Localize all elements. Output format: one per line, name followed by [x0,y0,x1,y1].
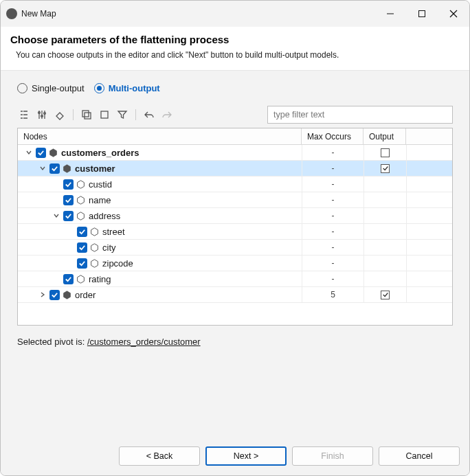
cell-output [363,240,406,255]
cell-nodes: rating [18,271,302,286]
cell-output [363,192,406,207]
node-label: city [102,242,116,253]
include-checkbox[interactable] [77,258,87,269]
minimize-button[interactable] [374,1,406,27]
cell-max-occurs: 5 [302,287,363,302]
titlebar: New Map [1,1,469,27]
app-icon [6,8,17,19]
collapse-all-icon[interactable] [98,108,111,122]
chevron-down-icon[interactable] [38,165,47,172]
indent-spacer [22,279,49,280]
cell-max-occurs: - [302,224,363,239]
column-header-nodes[interactable]: Nodes [18,128,302,144]
cell-nodes: customers_orders [18,145,302,160]
cell-nodes: customer [18,161,302,176]
column-header-tail [406,128,452,144]
window-title: New Map [21,9,56,19]
tree-row[interactable]: name- [18,192,452,208]
tree-row[interactable]: address- [18,208,452,224]
radio-single-output[interactable]: Single-output [17,83,85,93]
column-header-max-occurs[interactable]: Max Occurs [302,128,363,144]
next-button[interactable]: Next > [205,446,287,466]
include-checkbox[interactable] [77,227,87,237]
include-checkbox[interactable] [63,211,74,221]
finish-button[interactable]: Finish [292,446,373,466]
indent-spacer [22,200,49,201]
undo-icon[interactable] [142,108,156,122]
include-checkbox[interactable] [77,242,87,253]
tree-row[interactable]: custid- [18,177,452,192]
tree-row[interactable]: rating- [18,271,452,287]
redo-icon[interactable] [160,108,174,122]
wizard-footer: < Back Next > Finish Cancel [1,437,469,475]
svg-rect-8 [85,113,91,119]
filter-input[interactable]: type filter text [267,106,453,124]
tree-row[interactable]: customer- [18,161,452,177]
pivot-prefix: Selected pivot is: [17,337,87,347]
sliders-icon[interactable] [35,108,49,122]
cell-output [363,287,406,302]
tree-row[interactable]: zipcode- [18,256,452,271]
filter-icon[interactable] [115,108,129,122]
cell-max-occurs: - [302,208,363,223]
indent-spacer [22,216,49,216]
indent-spacer [22,295,36,295]
node-label: address [89,211,120,221]
tree-row[interactable]: street- [18,224,452,240]
include-checkbox[interactable] [49,163,60,174]
cell-nodes: order [18,287,302,302]
chevron-down-icon[interactable] [24,149,34,156]
cell-nodes: name [18,192,302,207]
include-checkbox[interactable] [63,195,74,205]
svg-rect-1 [419,11,425,17]
cell-tail [406,208,452,223]
eraser-icon[interactable] [53,108,67,122]
maximize-button[interactable] [406,1,438,27]
simple-type-icon [89,242,99,252]
include-checkbox[interactable] [49,290,60,300]
radio-label: Multi-output [109,83,160,93]
include-checkbox[interactable] [63,274,74,284]
output-checkbox[interactable] [381,164,390,173]
pivot-path: /customers_orders/customer [87,337,201,347]
page-description: You can choose outputs in the editor and… [16,49,373,60]
cell-max-occurs: - [302,271,363,286]
expand-all-icon[interactable] [80,108,93,122]
cell-output [363,271,406,286]
tree-tool-icon[interactable] [17,108,31,122]
column-header-output[interactable]: Output [363,128,406,144]
simple-type-icon [76,211,85,220]
cell-nodes: zipcode [18,256,302,271]
back-button[interactable]: < Back [119,446,200,466]
close-button[interactable] [438,1,469,27]
chevron-right-icon[interactable] [38,291,47,298]
cell-tail [406,177,452,192]
node-label: name [89,195,111,205]
cell-tail [406,224,452,239]
cell-tail [406,240,452,255]
chevron-down-icon[interactable] [52,212,61,219]
cell-nodes: street [18,224,302,239]
selected-pivot-line: Selected pivot is: /customers_orders/cus… [17,337,453,347]
toolbar-separator [135,109,136,120]
radio-label: Single-output [32,83,85,93]
cell-output [363,224,406,239]
tree-row[interactable]: city- [18,240,452,256]
cell-max-occurs: - [302,161,363,176]
include-checkbox[interactable] [63,179,74,190]
simple-type-icon [76,195,85,205]
tree-row[interactable]: customers_orders- [18,145,452,161]
cancel-button[interactable]: Cancel [379,446,460,466]
output-checkbox[interactable] [381,291,390,299]
output-checkbox[interactable] [381,148,390,157]
cell-tail [406,256,452,271]
complex-type-icon [48,148,58,157]
tree-row[interactable]: order5 [18,287,452,303]
cell-nodes: city [18,240,302,255]
radio-multi-output[interactable]: Multi-output [94,83,160,93]
cell-tail [406,192,452,207]
include-checkbox[interactable] [36,148,46,158]
svg-rect-9 [101,111,108,118]
nodes-tree-table: Nodes Max Occurs Output customers_orders… [17,128,453,326]
filter-placeholder: type filter text [273,110,324,120]
